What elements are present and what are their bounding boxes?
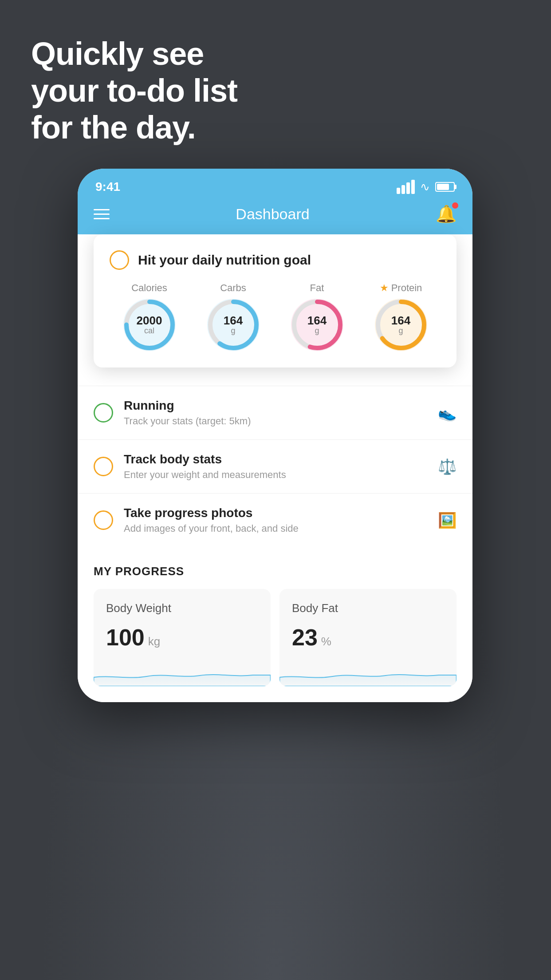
nutrition-item-calories: Calories 2000 cal [123,282,176,352]
nutrition-grid: Calories 2000 cal Carbs 164 g Fat 164 g [110,282,441,352]
nutrition-label-text: Protein [391,282,422,294]
todo-checkbox[interactable] [94,510,113,530]
donut-chart: 164 g [291,298,344,352]
notification-dot [452,202,458,209]
progress-value: 100 [106,624,145,651]
progress-value-row: 23 % [292,624,444,651]
nutrition-label-text: Calories [131,282,167,294]
todo-icon: 👟 [438,404,457,422]
progress-card-title: Body Fat [292,601,444,615]
status-time: 9:41 [95,180,120,194]
nutrition-label-carbs: Carbs [220,282,246,294]
nutrition-label-fat: Fat [310,282,324,294]
star-icon: ★ [380,282,389,294]
todo-title: Running [124,399,427,413]
nutrition-card: Hit your daily nutrition goal Calories 2… [94,234,457,368]
todo-content: Track body stats Enter your weight and m… [124,452,427,481]
status-bar: 9:41 ∿ [78,169,472,197]
nav-title: Dashboard [236,205,309,223]
todo-title: Take progress photos [124,506,427,520]
donut-unit: g [224,326,243,336]
wave-chart [279,660,457,686]
hamburger-menu[interactable] [94,209,110,219]
nutrition-card-title: Hit your daily nutrition goal [138,253,311,268]
todo-content: Running Track your stats (target: 5km) [124,399,427,427]
headline-line1: Quickly see [31,36,237,72]
donut-value: 164 [224,315,243,326]
headline-line3: for the day. [31,109,237,146]
todo-item[interactable]: Running Track your stats (target: 5km) 👟 [78,386,472,439]
todo-item[interactable]: Track body stats Enter your weight and m… [78,439,472,493]
todo-subtitle: Track your stats (target: 5km) [124,415,427,427]
nutrition-checkbox[interactable] [110,250,129,270]
headline-line2: your to-do list [31,72,237,109]
donut-value: 164 [391,315,410,326]
todo-icon: ⚖️ [438,458,457,475]
todo-title: Track body stats [124,452,427,466]
donut-chart: 164 g [374,298,428,352]
phone-mockup: 9:41 ∿ Dashboard 🔔 THINGS TO DO TODAY [78,169,472,702]
signal-icon [397,180,415,194]
progress-cards: Body Weight 100 kg Body Fat 23 % [94,589,457,702]
bell-icon[interactable]: 🔔 [436,204,457,224]
nav-bar: Dashboard 🔔 [78,197,472,234]
todo-checkbox[interactable] [94,403,113,423]
wave-chart [94,660,271,686]
progress-value-row: 100 kg [106,624,258,651]
wifi-icon: ∿ [420,180,430,194]
progress-card[interactable]: Body Fat 23 % [279,589,457,686]
todo-subtitle: Add images of your front, back, and side [124,523,427,534]
nutrition-item-fat: Fat 164 g [291,282,344,352]
donut-unit: cal [137,326,162,336]
progress-card-title: Body Weight [106,601,258,615]
todo-icon: 🖼️ [438,511,457,529]
nutrition-item-carbs: Carbs 164 g [207,282,260,352]
donut-unit: g [391,326,410,336]
progress-value: 23 [292,624,318,651]
donut-value: 164 [307,315,327,326]
nutrition-label-text: Carbs [220,282,246,294]
donut-value: 2000 [137,315,162,326]
donut-chart: 2000 cal [123,298,176,352]
progress-unit: % [321,635,331,648]
donut-chart: 164 g [207,298,260,352]
todo-content: Take progress photos Add images of your … [124,506,427,534]
progress-header: MY PROGRESS [94,565,457,578]
todo-subtitle: Enter your weight and measurements [124,469,427,481]
todo-checkbox[interactable] [94,457,113,476]
nutrition-label-calories: Calories [131,282,167,294]
main-content: THINGS TO DO TODAY Hit your daily nutrit… [78,234,472,702]
nutrition-label-text: Fat [310,282,324,294]
progress-section: MY PROGRESS Body Weight 100 kg Body Fat [78,547,472,702]
progress-card[interactable]: Body Weight 100 kg [94,589,271,686]
battery-icon [435,182,455,192]
progress-unit: kg [148,635,160,648]
headline: Quickly see your to-do list for the day. [31,36,237,146]
nutrition-item-protein: ★Protein 164 g [374,282,428,352]
nutrition-label-protein: ★Protein [380,282,422,294]
donut-unit: g [307,326,327,336]
status-icons: ∿ [397,180,455,194]
todo-item[interactable]: Take progress photos Add images of your … [78,493,472,547]
